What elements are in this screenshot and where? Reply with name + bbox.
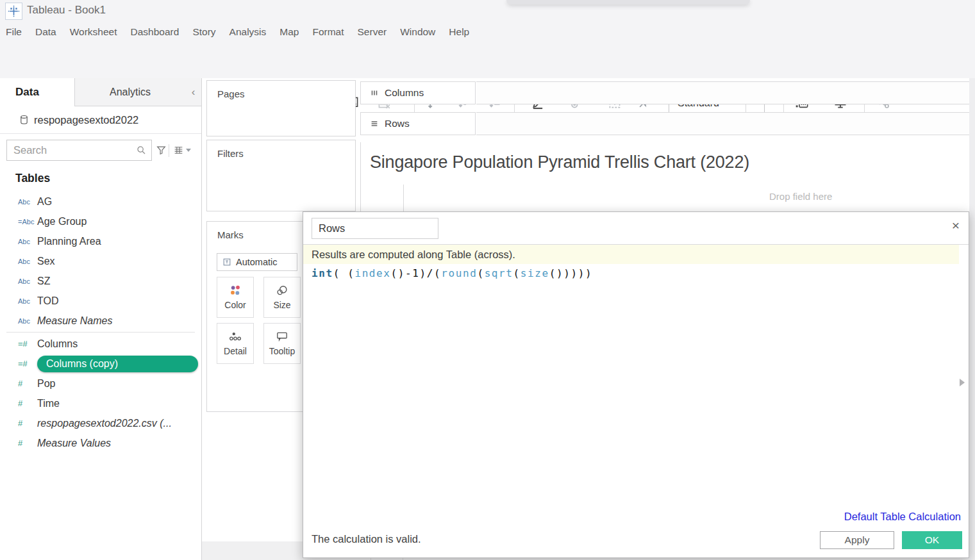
tableau-app-icon (5, 3, 22, 20)
formula-text: ( (513, 267, 521, 279)
calculation-name-box (312, 218, 438, 239)
menu-map[interactable]: Map (279, 25, 299, 39)
mark-type-selector[interactable]: Automatic (217, 253, 297, 271)
close-icon[interactable]: × (952, 218, 960, 232)
rows-shelf-icon (370, 119, 379, 128)
size-icon (276, 284, 288, 296)
formula-text: ()-1)/( (391, 267, 442, 279)
field-columns-copy-selected[interactable]: =# Columns (copy) (0, 354, 201, 374)
menu-bar: File Data Worksheet Dashboard Story Anal… (0, 21, 975, 42)
dimension-measure-divider (6, 332, 195, 333)
string-field-icon: Abc (18, 238, 37, 245)
datasource-row[interactable]: respopagesextod2022 (0, 106, 201, 134)
string-field-icon: Abc (18, 317, 37, 325)
menu-file[interactable]: File (5, 25, 22, 39)
field-age-group[interactable]: =Abc Age Group (0, 211, 201, 231)
tab-data[interactable]: Data (0, 78, 75, 106)
view-options-grid-icon[interactable] (173, 145, 184, 156)
selected-field-pill[interactable]: Columns (copy) (37, 356, 198, 372)
search-icon (136, 145, 147, 156)
default-table-calculation-link[interactable]: Default Table Calculation (844, 511, 961, 523)
formula-keyword: int (312, 267, 333, 279)
rows-shelf-label: Rows (360, 112, 476, 135)
calculated-number-field-icon: =# (18, 339, 37, 349)
rows-shelf-drop-area[interactable] (476, 112, 975, 135)
tables-header: Tables (15, 172, 50, 185)
menu-format[interactable]: Format (312, 25, 344, 39)
search-box (6, 140, 152, 161)
calculation-editor-dialog: × Results are computed along Table (acro… (303, 211, 969, 558)
search-input[interactable] (7, 140, 151, 160)
field-pop[interactable]: # Pop (0, 374, 201, 393)
filter-fields-icon[interactable] (156, 145, 167, 156)
menu-data[interactable]: Data (35, 25, 57, 39)
field-csv-count[interactable]: # respopagesextod2022.csv (... (0, 413, 201, 433)
formula-editor[interactable]: int( (index()-1)/(round(sqrt(size())))) (312, 267, 592, 279)
color-label: Color (224, 300, 246, 310)
mark-type-icon (222, 258, 231, 267)
mark-type-value: Automatic (236, 257, 277, 267)
formula-text: ( ( (333, 267, 355, 279)
datasource-name: respopagesextod2022 (34, 114, 138, 126)
field-tod[interactable]: Abc TOD (0, 291, 201, 311)
number-field-icon: # (18, 438, 37, 448)
detail-button[interactable]: Detail (217, 323, 254, 364)
pages-card[interactable]: Pages (206, 80, 356, 136)
field-ag[interactable]: Abc AG (0, 192, 201, 211)
columns-shelf-drop-area[interactable] (476, 81, 975, 104)
string-field-icon: Abc (18, 198, 37, 206)
field-measure-names[interactable]: Abc Measure Names (0, 311, 201, 331)
field-sz[interactable]: Abc SZ (0, 271, 201, 291)
formula-function: index (354, 267, 390, 279)
collapse-pane-button[interactable]: ‹ (185, 78, 201, 106)
field-list: Abc AG =Abc Age Group Abc Planning Area … (0, 192, 201, 453)
expand-panel-arrow-icon[interactable] (960, 379, 965, 386)
menu-analysis[interactable]: Analysis (229, 25, 267, 39)
number-field-icon: # (18, 379, 37, 388)
table-calc-info-text: Results are computed along Table (across… (303, 249, 515, 261)
field-planning-area[interactable]: Abc Planning Area (0, 231, 201, 251)
field-sex[interactable]: Abc Sex (0, 251, 201, 271)
calculated-string-field-icon: =Abc (18, 218, 37, 226)
right-margin-strip (969, 78, 975, 560)
menu-window[interactable]: Window (399, 25, 436, 39)
color-icon (229, 284, 242, 296)
menu-help[interactable]: Help (448, 25, 470, 39)
filters-card[interactable]: Filters (206, 140, 356, 211)
formula-function: size (521, 267, 549, 279)
database-icon (19, 115, 29, 125)
string-field-icon: Abc (18, 258, 37, 265)
calculation-name-input[interactable] (312, 218, 438, 238)
filters-label: Filters (207, 140, 355, 159)
tooltip-button[interactable]: Tooltip (263, 323, 301, 364)
formula-function: round (441, 267, 477, 279)
pages-label: Pages (207, 81, 355, 99)
tooltip-icon (276, 331, 288, 342)
chevron-left-icon: ‹ (192, 86, 196, 99)
calculated-number-field-icon: =# (18, 359, 37, 368)
drop-field-hint[interactable]: Drop field here (769, 191, 832, 202)
columns-shelf-icon (370, 88, 379, 97)
size-button[interactable]: Size (263, 277, 301, 318)
color-button[interactable]: Color (217, 277, 254, 318)
row-header-divider (403, 185, 404, 213)
menu-story[interactable]: Story (192, 25, 216, 39)
tableau-window: Tableau - Book1 File Data Worksheet Dash… (0, 0, 975, 560)
string-field-icon: Abc (18, 297, 37, 305)
apply-button[interactable]: Apply (820, 531, 894, 549)
data-pane: Data Analytics ‹ respopagesextod2022 (0, 78, 202, 560)
ok-button[interactable]: OK (902, 531, 962, 549)
field-measure-values[interactable]: # Measure Values (0, 433, 201, 453)
field-columns[interactable]: =# Columns (0, 334, 201, 354)
toolbar: Standard (0, 42, 975, 78)
field-time[interactable]: # Time (0, 393, 201, 413)
number-field-icon: # (18, 418, 37, 428)
menu-worksheet[interactable]: Worksheet (69, 25, 118, 39)
menu-dashboard[interactable]: Dashboard (130, 25, 180, 39)
menu-server[interactable]: Server (357, 25, 388, 39)
view-options-dropdown[interactable] (186, 149, 191, 152)
calculation-valid-status: The calculation is valid. (312, 533, 421, 545)
tab-analytics[interactable]: Analytics (75, 78, 185, 106)
sheet-title[interactable]: Singapore Population Pyramid Trellis Cha… (370, 152, 749, 172)
title-bar: Tableau - Book1 (0, 0, 975, 21)
